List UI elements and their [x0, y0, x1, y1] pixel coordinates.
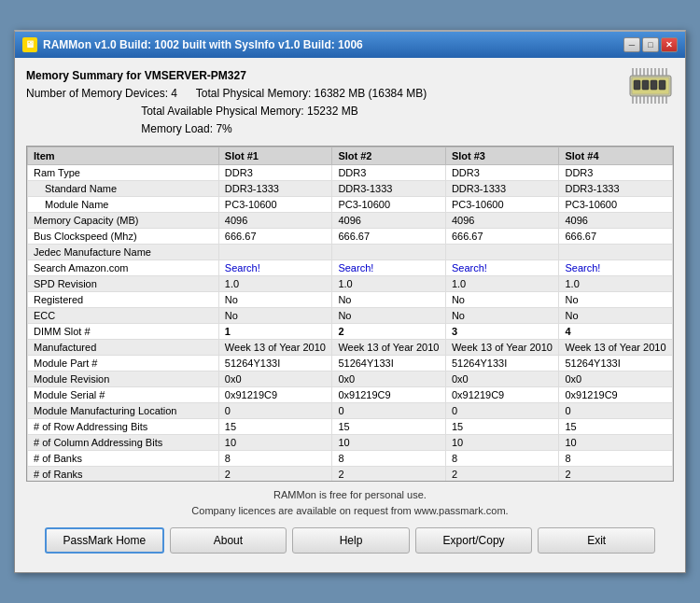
maximize-button[interactable]: □: [642, 37, 659, 52]
content-area: Memory Summary for VMSERVER-PM327 Number…: [15, 58, 685, 573]
cell-slot4: No: [559, 308, 673, 324]
col-slot3: Slot #3: [445, 147, 559, 165]
table-row: DIMM Slot #1234: [28, 324, 673, 340]
table-row: SPD Revision1.01.01.01.0: [28, 276, 673, 292]
cell-slot4: 0x91219C9: [559, 387, 673, 403]
exit-button[interactable]: Exit: [538, 527, 655, 554]
col-slot1: Slot #1: [218, 147, 332, 165]
cell-slot2: Week 13 of Year 2010: [332, 340, 446, 356]
footer-line1: RAMMon is free for personal use.: [26, 487, 674, 503]
table-row: Module Part #51264Y133I51264Y133I51264Y1…: [28, 356, 673, 372]
cell-slot1: DDR3-1333: [218, 181, 332, 197]
cell-slot1: 10: [218, 435, 332, 451]
ram-icon: [627, 67, 674, 105]
close-button[interactable]: ✕: [661, 37, 678, 52]
cell-slot2: DDR3-1333: [332, 181, 446, 197]
summary-text: Memory Summary for VMSERVER-PM327 Number…: [26, 67, 427, 139]
cell-slot4: 1.0: [559, 276, 673, 292]
cell-slot1: 0: [218, 403, 332, 419]
cell-slot4: 0: [559, 403, 673, 419]
cell-slot3: PC3-10600: [445, 197, 559, 213]
cell-slot3: 51264Y133I: [445, 356, 559, 372]
about-button[interactable]: About: [170, 527, 287, 554]
table-row: # of Column Addressing Bits10101010: [28, 435, 673, 451]
cell-slot3: 666.67: [445, 229, 559, 245]
cell-slot3: Week 13 of Year 2010: [445, 340, 559, 356]
cell-slot2: 2: [332, 324, 446, 340]
cell-slot4: 51264Y133I: [559, 356, 673, 372]
cell-item: Memory Capacity (MB): [28, 213, 219, 229]
cell-slot1: 15: [218, 419, 332, 435]
table-row: Memory Capacity (MB)4096409640964096: [28, 213, 673, 229]
help-button[interactable]: Help: [292, 527, 410, 554]
cell-slot2: DDR3: [332, 165, 446, 181]
export-copy-button[interactable]: Export/Copy: [415, 527, 533, 554]
search-link[interactable]: Search!: [565, 262, 600, 273]
cell-slot2: 8: [332, 451, 446, 467]
cell-slot1: 666.67: [218, 229, 332, 245]
cell-slot1: 0x0: [218, 372, 332, 387]
cell-slot3: No: [445, 308, 559, 324]
main-window: 🖥 RAMMon v1.0 Build: 1002 built with Sys…: [14, 30, 686, 574]
table-row: ECCNoNoNoNo: [28, 308, 673, 324]
cell-slot2: 0: [332, 403, 446, 419]
cell-slot1: PC3-10600: [218, 197, 332, 213]
cell-slot3: 0x91219C9: [445, 387, 559, 403]
table-row: Jedec Manufacture Name: [28, 245, 673, 260]
cell-slot1: 8: [218, 451, 332, 467]
cell-slot3: 15: [445, 419, 559, 435]
cell-item: Module Serial #: [28, 387, 219, 403]
server-label: Memory Summary for VMSERVER-PM327: [26, 67, 427, 85]
cell-item: ECC: [28, 308, 219, 324]
cell-slot2: 15: [332, 419, 446, 435]
cell-slot2: 2: [332, 467, 446, 483]
cell-item: Manufactured: [28, 340, 219, 356]
cell-slot2: PC3-10600: [332, 197, 446, 213]
cell-item: Search Amazon.com: [28, 260, 219, 276]
cell-slot3: 1.0: [445, 276, 559, 292]
cell-slot4: [559, 245, 673, 260]
cell-slot4: DDR3: [559, 165, 673, 181]
cell-slot1: [218, 245, 332, 260]
cell-slot1: 0x91219C9: [218, 387, 332, 403]
window-title: RAMMon v1.0 Build: 1002 built with SysIn…: [43, 38, 363, 51]
cell-item: Jedec Manufacture Name: [28, 245, 219, 260]
cell-item: # of Column Addressing Bits: [28, 435, 219, 451]
table-row: Ram TypeDDR3DDR3DDR3DDR3: [28, 165, 673, 181]
cell-slot2: Search!: [332, 260, 446, 276]
cell-slot4: 0x0: [559, 372, 673, 387]
cell-slot4: 4096: [559, 213, 673, 229]
cell-item: Module Manufacturing Location: [28, 403, 219, 419]
cell-slot4: No: [559, 292, 673, 308]
memory-table-container[interactable]: Item Slot #1 Slot #2 Slot #3 Slot #4 Ram…: [26, 146, 674, 482]
cell-item: Module Name: [28, 197, 219, 213]
cell-slot1: No: [218, 308, 332, 324]
cell-item: Bus Clockspeed (Mhz): [28, 229, 219, 245]
physical-memory: Total Physical Memory: 16382 MB (16384 M…: [196, 87, 427, 100]
table-row: # of Ranks2222: [28, 467, 673, 483]
cell-slot3: 4096: [445, 213, 559, 229]
col-item: Item: [28, 147, 219, 165]
search-link[interactable]: Search!: [225, 262, 260, 273]
cell-item: Standard Name: [28, 181, 219, 197]
cell-slot4: 2: [559, 467, 673, 483]
table-row: RegisteredNoNoNoNo: [28, 292, 673, 308]
cell-slot2: 4096: [332, 213, 446, 229]
table-row: ManufacturedWeek 13 of Year 2010Week 13 …: [28, 340, 673, 356]
cell-slot4: Search!: [559, 260, 673, 276]
passmark-home-button[interactable]: PassMark Home: [45, 527, 164, 554]
cell-slot1: No: [218, 292, 332, 308]
cell-slot4: Week 13 of Year 2010: [559, 340, 673, 356]
minimize-button[interactable]: ─: [623, 37, 640, 52]
search-link[interactable]: Search!: [338, 262, 373, 273]
cell-slot4: 8: [559, 451, 673, 467]
svg-rect-4: [651, 80, 657, 90]
search-link[interactable]: Search!: [452, 262, 487, 273]
table-row: Module Manufacturing Location0000: [28, 403, 673, 419]
svg-rect-5: [659, 80, 665, 90]
table-row: Module NamePC3-10600PC3-10600PC3-10600PC…: [28, 197, 673, 213]
table-row: Standard NameDDR3-1333DDR3-1333DDR3-1333…: [28, 181, 673, 197]
cell-slot2: 10: [332, 435, 446, 451]
table-row: Search Amazon.comSearch!Search!Search!Se…: [28, 260, 673, 276]
cell-slot1: 1.0: [218, 276, 332, 292]
